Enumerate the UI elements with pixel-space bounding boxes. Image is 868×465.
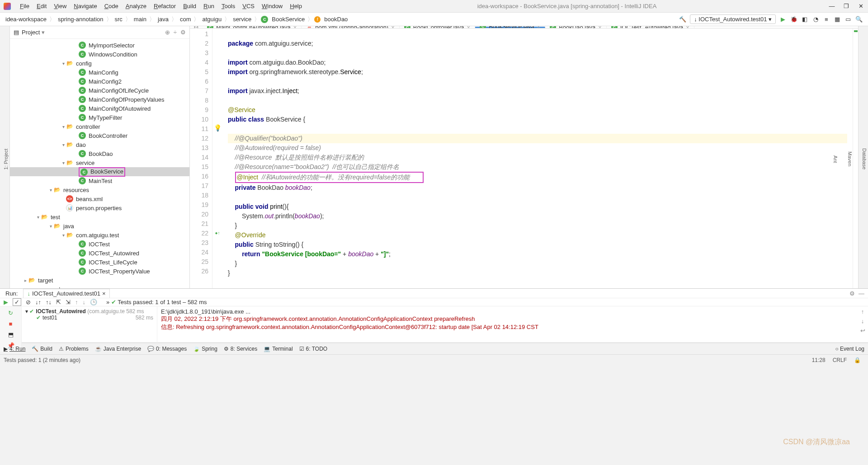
breadcrumb-item[interactable]: bookDao	[322, 16, 349, 23]
menu-tools[interactable]: Tools	[218, 3, 239, 9]
tree-item[interactable]: mpom.xml	[10, 285, 189, 288]
target-icon[interactable]: ⊕	[165, 29, 170, 36]
minimize-icon[interactable]: —	[828, 3, 835, 9]
reader-icon[interactable]: ▭	[844, 15, 853, 24]
tree-item[interactable]: ▾resources	[10, 185, 189, 194]
layout-icon[interactable]: ▦	[833, 15, 842, 24]
breadcrumb-item[interactable]: com	[178, 16, 193, 23]
tree-item[interactable]: CIOCTest_Autowired	[10, 249, 189, 258]
tree-item[interactable]: CMainConifgOfAutowired	[10, 104, 189, 113]
menu-file[interactable]: File	[16, 3, 33, 9]
tree-item[interactable]: CMainConfigOfPropertyValues	[10, 95, 189, 104]
sort-icon[interactable]: ↓↑	[35, 299, 41, 305]
stop2-icon[interactable]: ■	[6, 319, 15, 328]
show-passed-icon[interactable]: ⊘	[26, 299, 31, 305]
bottom-tab[interactable]: 💻 Terminal	[264, 346, 292, 352]
tab-gear-icon[interactable]: ⚙	[190, 26, 203, 28]
project-dropdown-icon[interactable]: ▾	[42, 29, 45, 36]
tree-item[interactable]: ▾java	[10, 221, 189, 230]
tree-item[interactable]: ▾controller	[10, 122, 189, 131]
tree-item[interactable]: CBookController	[10, 131, 189, 140]
tree-item[interactable]: 📊person.properties	[10, 203, 189, 212]
close-icon[interactable]: ✕	[857, 3, 864, 9]
sort2-icon[interactable]: ↑↓	[46, 299, 52, 305]
close-icon[interactable]: ×	[102, 290, 106, 297]
tree-item[interactable]: <>beans.xml	[10, 194, 189, 203]
console-output[interactable]: E:\jdk\jdk1.8.0_191\bin\java.exe ... 四月 …	[157, 306, 857, 352]
dump-icon[interactable]: ⬒	[6, 330, 15, 339]
run-config-select[interactable]: ↓ IOCTest_Autowired.test01 ▾	[690, 14, 776, 24]
test-tree[interactable]: ▾ ✔IOCTest_Autowired (com.atguigu.te 582…	[22, 306, 157, 352]
toggle-auto-icon[interactable]: ✓	[13, 298, 21, 306]
breadcrumb-item[interactable]: idea-workspace	[4, 16, 48, 23]
bottom-tab[interactable]: ⚙ 8: Services	[224, 346, 257, 352]
collapse2-icon[interactable]: ⇲	[66, 299, 71, 305]
rerun2-icon[interactable]: ↻	[6, 308, 15, 317]
scroll-up-icon[interactable]: ↑	[861, 308, 864, 315]
bottom-tab[interactable]: ⚠ Problems	[59, 346, 89, 352]
tree-item[interactable]: CBookService	[10, 167, 189, 176]
coverage-icon[interactable]: ◧	[800, 15, 809, 24]
build-icon[interactable]: 🔨	[678, 15, 687, 24]
debug-icon[interactable]: 🐞	[789, 15, 798, 24]
breadcrumb-item[interactable]: atguigu	[200, 16, 223, 23]
menu-analyze[interactable]: Analyze	[122, 3, 150, 9]
tree-item[interactable]: ▾service	[10, 158, 189, 167]
run-hide-icon[interactable]: —	[859, 290, 864, 297]
status-lock-icon[interactable]: 🔒	[850, 357, 864, 363]
editor-tab[interactable]: mpom.xml (spring-annotation)×	[302, 26, 399, 28]
tree-item[interactable]: CMainTest	[10, 176, 189, 185]
bottom-tab[interactable]: 💬 0: Messages	[147, 346, 187, 352]
editor-tab[interactable]: CIOCTest_Autowired.java×	[607, 26, 694, 28]
error-stripe[interactable]	[853, 28, 858, 288]
tree-item[interactable]: CBookDao	[10, 149, 189, 158]
menu-code[interactable]: Code	[101, 3, 122, 9]
tree-item[interactable]: ▾com.atguigu.test	[10, 230, 189, 240]
bottom-tab[interactable]: ▶ 4: Run	[4, 346, 25, 352]
override-icon[interactable]: ●↑	[215, 230, 220, 235]
menu-view[interactable]: View	[50, 3, 70, 9]
run-icon[interactable]: ▶	[778, 15, 788, 24]
bottom-tab[interactable]: ☑ 6: TODO	[299, 346, 328, 352]
scroll-down-icon[interactable]: ↓	[861, 318, 864, 324]
menu-build[interactable]: Build	[179, 3, 200, 9]
editor-tab[interactable]: CBookDao.java×	[545, 26, 607, 28]
bottom-tab[interactable]: ☕ Java Enterprise	[95, 346, 141, 352]
rerun-icon[interactable]: ▶	[4, 299, 8, 305]
collapse-icon[interactable]: ÷	[174, 29, 177, 36]
breadcrumb-item[interactable]: spring-annotation	[56, 16, 105, 23]
soft-wrap-icon[interactable]: ↩	[860, 327, 865, 334]
breadcrumb-item[interactable]: java	[156, 16, 170, 23]
event-log[interactable]: ○ Event Log	[835, 346, 864, 352]
tree-item[interactable]: ▸target	[10, 276, 189, 285]
code-editor[interactable]: package package com.atguigu.service;com.…	[222, 28, 853, 288]
stop-icon[interactable]: ■	[822, 15, 831, 24]
menu-refactor[interactable]: Refactor	[150, 3, 179, 9]
menu-run[interactable]: Run	[200, 3, 218, 9]
tab-database[interactable]: Database	[861, 146, 868, 172]
tab-project[interactable]: 1: Project	[2, 146, 9, 172]
editor-tab[interactable]: CBookController.java×	[400, 26, 475, 28]
next-icon[interactable]: ↓	[83, 299, 86, 305]
breadcrumb-item[interactable]: BookService	[270, 16, 307, 23]
run-tab[interactable]: ↓IOCTest_Autowired.test01×	[23, 289, 109, 298]
search-icon[interactable]: 🔍	[854, 15, 863, 24]
tree-item[interactable]: CIOCTest	[10, 240, 189, 249]
breadcrumb-item[interactable]: main	[132, 16, 148, 23]
menu-window[interactable]: Window	[258, 3, 286, 9]
tree-item[interactable]: CMyImportSelector	[10, 41, 189, 50]
editor-tab[interactable]: CBookService.java×	[475, 26, 545, 28]
profile-icon[interactable]: ◔	[811, 15, 820, 24]
maximize-icon[interactable]: ❐	[843, 3, 850, 9]
breadcrumb-item[interactable]: service	[231, 16, 253, 23]
bottom-tab[interactable]: 🍃 Spring	[193, 346, 217, 352]
tree-item[interactable]: CMainConfig	[10, 68, 189, 77]
bulb-icon[interactable]: 💡	[214, 124, 222, 132]
menu-edit[interactable]: Edit	[33, 3, 50, 9]
tree-item[interactable]: CMainConfig2	[10, 77, 189, 86]
gear-icon[interactable]: ⚙	[180, 29, 186, 36]
breadcrumb-item[interactable]: src	[113, 16, 124, 23]
expand-icon[interactable]: ⇱	[56, 299, 61, 305]
prev-icon[interactable]: ↑	[75, 299, 78, 305]
bottom-tab[interactable]: 🔨 Build	[32, 346, 52, 352]
